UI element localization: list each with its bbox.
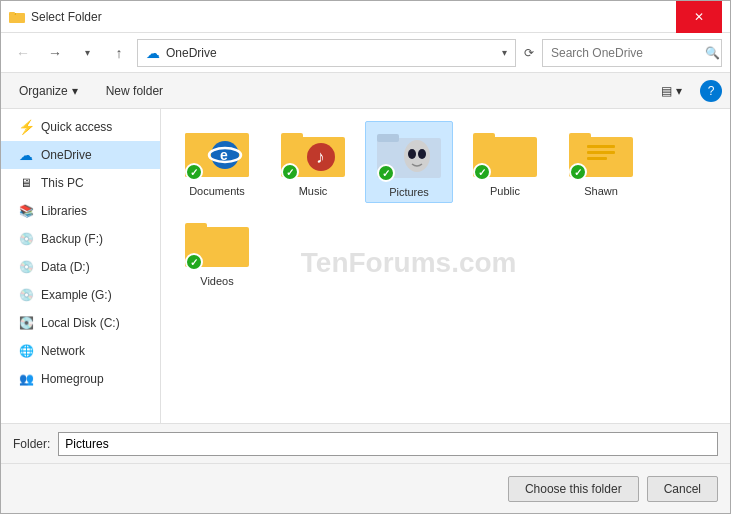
folder-public[interactable]: ✓ Public — [461, 121, 549, 203]
videos-label: Videos — [200, 275, 233, 287]
title-bar: Select Folder ✕ — [1, 1, 730, 33]
sidebar-item-onedrive[interactable]: ☁ OneDrive — [1, 141, 160, 169]
folder-music-icon: ♪ ✓ — [281, 125, 345, 181]
toolbar: Organize ▾ New folder ▤ ▾ ? — [1, 73, 730, 109]
svg-text:♪: ♪ — [316, 147, 325, 167]
folder-area: e ✓ Documents ♪ ✓ — [161, 109, 730, 423]
svg-rect-2 — [9, 12, 15, 15]
music-badge: ✓ — [281, 163, 299, 181]
action-buttons: Choose this folder Cancel — [1, 463, 730, 513]
svg-text:e: e — [220, 147, 228, 163]
sidebar-item-data[interactable]: 💿 Data (D:) — [1, 253, 160, 281]
music-label: Music — [299, 185, 328, 197]
sidebar-item-label: Homegroup — [41, 372, 104, 386]
folder-public-icon: ✓ — [473, 125, 537, 181]
shawn-label: Shawn — [584, 185, 618, 197]
svg-rect-22 — [587, 145, 615, 148]
quick-access-icon: ⚡ — [17, 119, 35, 135]
data-icon: 💿 — [17, 260, 35, 274]
public-label: Public — [490, 185, 520, 197]
address-path: OneDrive — [166, 46, 496, 60]
sidebar-item-label: This PC — [41, 176, 84, 190]
organize-arrow: ▾ — [72, 84, 78, 98]
help-button[interactable]: ? — [700, 80, 722, 102]
local-disk-icon: 💽 — [17, 316, 35, 330]
folder-bar: Folder: — [1, 423, 730, 463]
view-arrow: ▾ — [676, 84, 682, 98]
address-dropdown[interactable]: ▾ — [502, 47, 507, 58]
folder-documents-icon: e ✓ — [185, 125, 249, 181]
svg-point-16 — [408, 149, 416, 159]
svg-rect-24 — [587, 157, 607, 160]
folder-documents[interactable]: e ✓ Documents — [173, 121, 261, 203]
navigation-bar: ← → ▾ ↑ ☁ OneDrive ▾ ⟳ 🔍 — [1, 33, 730, 73]
videos-badge: ✓ — [185, 253, 203, 271]
folder-shawn[interactable]: ✓ Shawn — [557, 121, 645, 203]
folder-label: Folder: — [13, 437, 50, 451]
sidebar-item-local-disk[interactable]: 💽 Local Disk (C:) — [1, 309, 160, 337]
example-icon: 💿 — [17, 288, 35, 302]
cloud-icon: ☁ — [146, 45, 160, 61]
svg-rect-21 — [569, 133, 591, 141]
sidebar-item-label: OneDrive — [41, 148, 92, 162]
folder-pictures[interactable]: ✓ Pictures — [365, 121, 453, 203]
documents-label: Documents — [189, 185, 245, 197]
help-label: ? — [708, 84, 715, 98]
back-button[interactable]: ← — [9, 39, 37, 67]
organize-label: Organize — [19, 84, 68, 98]
search-icon: 🔍 — [705, 46, 720, 60]
forward-button[interactable]: → — [41, 39, 69, 67]
sidebar-item-homegroup[interactable]: 👥 Homegroup — [1, 365, 160, 393]
pictures-label: Pictures — [389, 186, 429, 198]
svg-point-15 — [404, 140, 430, 172]
refresh-button[interactable]: ⟳ — [520, 44, 538, 62]
sidebar-item-label: Backup (F:) — [41, 232, 103, 246]
sidebar-item-label: Local Disk (C:) — [41, 316, 120, 330]
recent-button[interactable]: ▾ — [73, 39, 101, 67]
choose-folder-button[interactable]: Choose this folder — [508, 476, 639, 502]
svg-rect-10 — [281, 133, 303, 141]
sidebar-item-backup[interactable]: 💿 Backup (F:) — [1, 225, 160, 253]
svg-rect-14 — [377, 134, 399, 142]
sidebar-item-example[interactable]: 💿 Example (G:) — [1, 281, 160, 309]
close-button[interactable]: ✕ — [676, 1, 722, 33]
sidebar-item-label: Data (D:) — [41, 260, 90, 274]
main-content: TenForums.com ⚡ Quick access ☁ OneDrive … — [1, 109, 730, 423]
sidebar-item-libraries[interactable]: 📚 Libraries — [1, 197, 160, 225]
svg-rect-19 — [473, 133, 495, 141]
view-button[interactable]: ▤ ▾ — [651, 79, 692, 103]
folder-music[interactable]: ♪ ✓ Music — [269, 121, 357, 203]
svg-point-17 — [418, 149, 426, 159]
backup-icon: 💿 — [17, 232, 35, 246]
sidebar-item-this-pc[interactable]: 🖥 This PC — [1, 169, 160, 197]
up-button[interactable]: ↑ — [105, 39, 133, 67]
sidebar-item-label: Example (G:) — [41, 288, 112, 302]
sidebar-item-quick-access[interactable]: ⚡ Quick access — [1, 113, 160, 141]
folder-videos[interactable]: ✓ Videos — [173, 211, 261, 291]
folder-icon — [9, 9, 25, 25]
new-folder-label: New folder — [106, 84, 163, 98]
organize-button[interactable]: Organize ▾ — [9, 79, 88, 103]
sidebar-item-label: Quick access — [41, 120, 112, 134]
view-icon: ▤ — [661, 84, 672, 98]
sidebar-item-label: Network — [41, 344, 85, 358]
search-bar: 🔍 — [542, 39, 722, 67]
this-pc-icon: 🖥 — [17, 176, 35, 190]
search-input[interactable] — [551, 46, 701, 60]
shawn-badge: ✓ — [569, 163, 587, 181]
sidebar-item-label: Libraries — [41, 204, 87, 218]
folder-pictures-icon: ✓ — [377, 126, 441, 182]
sidebar: ⚡ Quick access ☁ OneDrive 🖥 This PC 📚 Li… — [1, 109, 161, 423]
folder-name-input[interactable] — [58, 432, 718, 456]
address-bar[interactable]: ☁ OneDrive ▾ — [137, 39, 516, 67]
onedrive-icon: ☁ — [17, 147, 35, 163]
svg-rect-26 — [185, 223, 207, 231]
libraries-icon: 📚 — [17, 204, 35, 218]
documents-badge: ✓ — [185, 163, 203, 181]
new-folder-button[interactable]: New folder — [96, 79, 173, 103]
sidebar-item-network[interactable]: 🌐 Network — [1, 337, 160, 365]
homegroup-icon: 👥 — [17, 372, 35, 386]
network-icon: 🌐 — [17, 344, 35, 358]
cancel-button[interactable]: Cancel — [647, 476, 718, 502]
svg-rect-23 — [587, 151, 615, 154]
